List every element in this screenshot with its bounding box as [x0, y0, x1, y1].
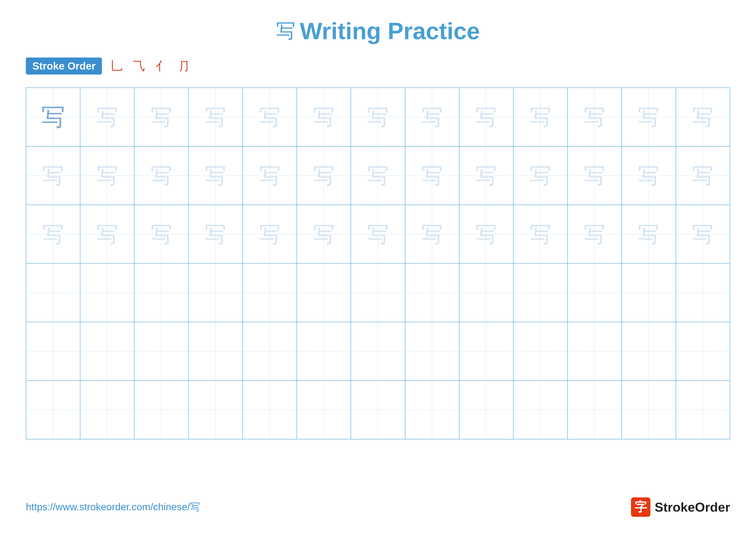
grid-cell[interactable] — [405, 322, 459, 380]
grid-cell[interactable] — [459, 381, 514, 439]
grid-cell[interactable]: 写 — [405, 88, 459, 146]
grid-cell[interactable] — [189, 381, 243, 439]
guide-character: 写 — [150, 223, 172, 245]
grid-cell[interactable]: 写 — [622, 205, 676, 263]
grid-cell[interactable]: 写 — [189, 88, 243, 146]
grid-row[interactable]: 写写写写写写写写写写写写写 — [26, 88, 730, 146]
grid-cell[interactable]: 写 — [134, 146, 189, 205]
grid-cell[interactable] — [676, 264, 730, 322]
grid-cell[interactable]: 写 — [134, 205, 189, 263]
grid-cell[interactable] — [405, 264, 459, 322]
grid-cell[interactable] — [622, 264, 676, 322]
grid-cell[interactable] — [568, 264, 622, 322]
grid-cell[interactable] — [514, 381, 568, 439]
guide-character: 写 — [530, 106, 551, 128]
grid-cell[interactable]: 写 — [80, 205, 134, 263]
guide-character: 写 — [421, 165, 443, 186]
grid-cell[interactable] — [189, 322, 243, 380]
grid-cell[interactable] — [351, 322, 405, 380]
guide-character: 写 — [313, 106, 335, 128]
grid-cell[interactable]: 写 — [189, 205, 243, 263]
grid-cell[interactable]: 写 — [568, 88, 622, 146]
grid-cell[interactable] — [297, 264, 351, 322]
grid-cell[interactable] — [80, 322, 134, 380]
grid-cell[interactable] — [26, 381, 80, 439]
grid-cell[interactable]: 写 — [243, 146, 297, 205]
grid-cell[interactable]: 写 — [676, 88, 730, 146]
grid-cell[interactable]: 写 — [459, 88, 514, 146]
grid-cell[interactable] — [26, 264, 80, 322]
stroke-order-section: Stroke Order ⺃ ⺄ ⺅ ⺆ — [26, 58, 190, 75]
guide-character: 写 — [692, 106, 714, 128]
grid-cell[interactable]: 写 — [26, 205, 80, 263]
grid-cell[interactable]: 写 — [514, 205, 568, 263]
grid-row[interactable] — [26, 322, 730, 381]
grid-cell[interactable]: 写 — [297, 88, 351, 146]
guide-character: 写 — [638, 106, 660, 128]
grid-cell[interactable]: 写 — [243, 205, 297, 263]
grid-row[interactable]: 写写写写写写写写写写写写写 — [26, 146, 730, 205]
grid-cell[interactable] — [351, 381, 405, 439]
grid-cell[interactable] — [80, 381, 134, 439]
grid-cell[interactable]: 写 — [622, 88, 676, 146]
grid-cell[interactable] — [676, 381, 730, 439]
grid-cell[interactable]: 写 — [297, 205, 351, 263]
grid-cell[interactable]: 写 — [514, 88, 568, 146]
grid-cell[interactable]: 写 — [459, 205, 514, 263]
grid-cell[interactable]: 写 — [297, 146, 351, 205]
grid-cell[interactable]: 写 — [351, 88, 405, 146]
grid-cell[interactable] — [622, 322, 676, 380]
grid-cell[interactable] — [514, 322, 568, 380]
grid-cell[interactable] — [459, 322, 514, 380]
grid-cell[interactable] — [514, 264, 568, 322]
grid-cell[interactable] — [568, 322, 622, 380]
grid-cell[interactable] — [297, 322, 351, 380]
grid-cell[interactable]: 写 — [80, 146, 134, 205]
grid-cell[interactable] — [243, 381, 297, 439]
grid-cell[interactable]: 写 — [568, 146, 622, 205]
grid-cell[interactable]: 写 — [622, 146, 676, 205]
stroke-order-badge: Stroke Order — [26, 58, 102, 75]
grid-cell[interactable] — [459, 264, 514, 322]
grid-cell[interactable] — [134, 322, 189, 380]
grid-cell[interactable]: 写 — [676, 205, 730, 263]
grid-row[interactable]: 写写写写写写写写写写写写写 — [26, 205, 730, 264]
grid-cell[interactable] — [26, 322, 80, 380]
grid-cell[interactable]: 写 — [189, 146, 243, 205]
grid-row[interactable] — [26, 381, 730, 439]
guide-character: 写 — [584, 223, 606, 245]
grid-cell[interactable]: 写 — [568, 205, 622, 263]
grid-cell[interactable]: 写 — [243, 88, 297, 146]
grid-cell[interactable] — [405, 381, 459, 439]
grid-cell[interactable] — [568, 381, 622, 439]
brand-name: StrokeOrder — [655, 500, 730, 515]
grid-cell[interactable] — [297, 381, 351, 439]
grid-cell[interactable]: 写 — [405, 146, 459, 205]
grid-cell[interactable] — [351, 264, 405, 322]
guide-character: 写 — [259, 165, 281, 186]
grid-cell[interactable] — [243, 322, 297, 380]
page-title: Writing Practice — [300, 17, 480, 45]
grid-cell[interactable]: 写 — [514, 146, 568, 205]
guide-character: 写 — [475, 165, 497, 186]
grid-cell[interactable]: 写 — [405, 205, 459, 263]
grid-cell[interactable]: 写 — [26, 88, 80, 146]
grid-cell[interactable] — [134, 381, 189, 439]
footer-url[interactable]: https://www.strokeorder.com/chinese/写 — [26, 500, 200, 514]
grid-cell[interactable]: 写 — [134, 88, 189, 146]
grid-cell[interactable]: 写 — [351, 146, 405, 205]
grid-cell[interactable] — [80, 264, 134, 322]
guide-character: 写 — [96, 165, 118, 186]
grid-cell[interactable]: 写 — [351, 205, 405, 263]
grid-cell[interactable]: 写 — [459, 146, 514, 205]
grid-cell[interactable] — [134, 264, 189, 322]
grid-cell[interactable] — [676, 322, 730, 380]
grid-cell[interactable] — [243, 264, 297, 322]
grid-cell[interactable]: 写 — [80, 88, 134, 146]
grid-cell[interactable]: 写 — [26, 146, 80, 205]
grid-row[interactable] — [26, 264, 730, 322]
grid-cell[interactable] — [622, 381, 676, 439]
guide-character: 写 — [313, 165, 335, 186]
grid-cell[interactable] — [189, 264, 243, 322]
grid-cell[interactable]: 写 — [676, 146, 730, 205]
